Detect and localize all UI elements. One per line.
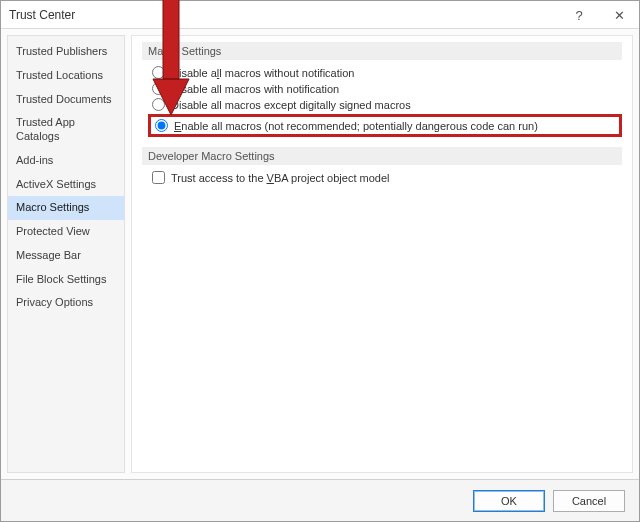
- highlighted-option: Enable all macros (not recommended; pote…: [148, 114, 622, 137]
- checkbox-label: Trust access to the VBA project object m…: [171, 172, 390, 184]
- ok-button-label: OK: [501, 495, 517, 507]
- radio-input-enable-all-macros[interactable]: [155, 119, 168, 132]
- trust-center-window: Trust Center ? ✕ Trusted Publishers Trus…: [0, 0, 640, 522]
- sidebar-item-macro-settings[interactable]: Macro Settings: [8, 196, 124, 220]
- sidebar-item-privacy-options[interactable]: Privacy Options: [8, 291, 124, 315]
- radio-input-disable-with-notification[interactable]: [152, 82, 165, 95]
- radio-input-disable-except-signed[interactable]: [152, 98, 165, 111]
- sidebar-item-trusted-publishers[interactable]: Trusted Publishers: [8, 40, 124, 64]
- sidebar-item-protected-view[interactable]: Protected View: [8, 220, 124, 244]
- window-title: Trust Center: [9, 8, 75, 22]
- macro-settings-header: Macro Settings: [142, 42, 622, 60]
- radio-enable-all-macros[interactable]: Enable all macros (not recommended; pote…: [155, 119, 538, 132]
- close-button[interactable]: ✕: [599, 1, 639, 29]
- sidebar-item-activex-settings[interactable]: ActiveX Settings: [8, 173, 124, 197]
- help-icon: ?: [575, 8, 582, 23]
- checkbox-input-trust-vba[interactable]: [152, 171, 165, 184]
- content-pane: Macro Settings Disable all macros withou…: [131, 35, 633, 473]
- radio-label: Disable all macros without notification: [171, 67, 354, 79]
- sidebar: Trusted Publishers Trusted Locations Tru…: [7, 35, 125, 473]
- cancel-button[interactable]: Cancel: [553, 490, 625, 512]
- sidebar-item-file-block-settings[interactable]: File Block Settings: [8, 268, 124, 292]
- dialog-body: Trusted Publishers Trusted Locations Tru…: [1, 29, 639, 479]
- radio-label: Enable all macros (not recommended; pote…: [174, 120, 538, 132]
- sidebar-item-trusted-locations[interactable]: Trusted Locations: [8, 64, 124, 88]
- dialog-footer: OK Cancel: [1, 479, 639, 521]
- checkbox-trust-vba[interactable]: Trust access to the VBA project object m…: [152, 171, 622, 184]
- radio-input-disable-without-notification[interactable]: [152, 66, 165, 79]
- radio-disable-except-signed[interactable]: Disable all macros except digitally sign…: [152, 98, 622, 111]
- developer-macro-settings-header: Developer Macro Settings: [142, 147, 622, 165]
- cancel-button-label: Cancel: [572, 495, 606, 507]
- ok-button[interactable]: OK: [473, 490, 545, 512]
- titlebar-buttons: ? ✕: [559, 1, 639, 29]
- radio-label: Disable all macros with notification: [171, 83, 339, 95]
- help-button[interactable]: ?: [559, 1, 599, 29]
- sidebar-item-trusted-documents[interactable]: Trusted Documents: [8, 88, 124, 112]
- radio-disable-without-notification[interactable]: Disable all macros without notification: [152, 66, 622, 79]
- sidebar-item-add-ins[interactable]: Add-ins: [8, 149, 124, 173]
- sidebar-item-message-bar[interactable]: Message Bar: [8, 244, 124, 268]
- sidebar-item-trusted-app-catalogs[interactable]: Trusted App Catalogs: [8, 111, 124, 149]
- radio-label: Disable all macros except digitally sign…: [171, 99, 411, 111]
- close-icon: ✕: [614, 8, 625, 23]
- titlebar: Trust Center ? ✕: [1, 1, 639, 29]
- developer-macro-settings-group: Developer Macro Settings Trust access to…: [142, 147, 622, 184]
- radio-disable-with-notification[interactable]: Disable all macros with notification: [152, 82, 622, 95]
